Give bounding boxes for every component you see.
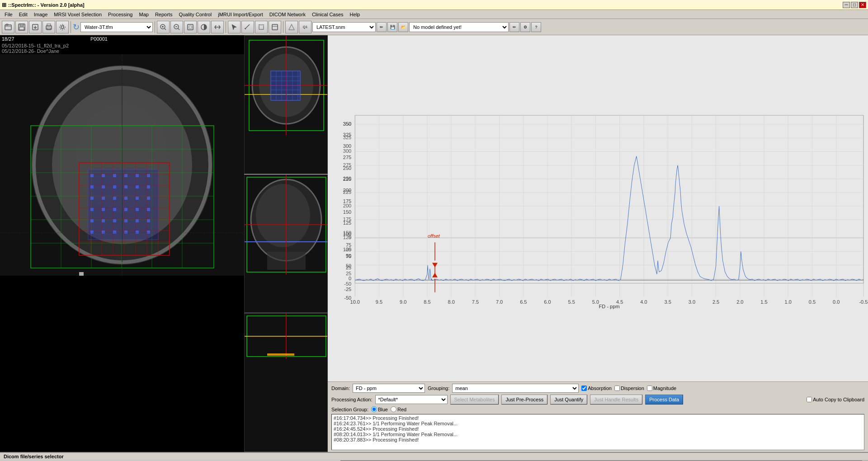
log-area[interactable]: #16:17:04.734>> Processing Finished!#16:… [331,414,864,450]
svg-text:3.0: 3.0 [689,299,695,305]
svg-rect-118 [267,353,294,356]
svg-text:2.5: 2.5 [712,299,719,305]
cursor-button[interactable] [228,21,241,33]
grouping-label: Grouping: [428,386,449,391]
svg-text:225: 225 [343,176,351,182]
svg-rect-61 [90,197,94,200]
snm-dropdown[interactable]: LATEST.snm [312,22,376,32]
svg-text:-50: -50 [344,281,351,287]
just-preprocess-button[interactable]: Just Pre-Process [501,395,547,405]
grouping-dropdown[interactable]: mean [452,384,579,393]
minimize-button[interactable]: ─ [843,2,850,8]
slice-counter: 18/27 [2,36,14,42]
menu-map[interactable]: Map [136,11,151,18]
dispersion-checkbox[interactable] [614,386,620,391]
domain-label: Domain: [331,386,350,391]
snm-edit[interactable]: ✏ [377,22,387,32]
processing-action-dropdown[interactable]: *Default* [375,395,448,404]
fit-options[interactable]: ⚙ [520,22,530,32]
select-metabolites-button[interactable]: Select Metabolites [450,395,499,405]
close-button[interactable]: ✕ [859,2,866,8]
menu-jmrui[interactable]: jMRUI Import/Export [215,11,266,18]
svg-text:2.0: 2.0 [736,299,743,305]
snm-button2[interactable]: Q1 [299,21,311,33]
app-icon: ⊞ [2,2,6,8]
zoom-out-button[interactable] [170,21,183,33]
svg-text:125: 125 [343,220,351,226]
fit-model-dropdown[interactable]: No model defined yet! [409,22,509,32]
svg-rect-64 [124,197,127,200]
blue-radio-label[interactable]: Blue [371,406,388,412]
absorption-checkbox-label[interactable]: Absorption [581,386,612,391]
menu-quality[interactable]: Quality Control [176,11,214,18]
print-button[interactable] [42,21,55,33]
fit-button[interactable] [184,21,197,33]
menu-help[interactable]: Help [347,11,363,18]
auto-copy-text: Auto Copy to Clipboard [813,397,864,402]
domain-dropdown[interactable]: FD - ppm [353,384,425,393]
svg-text:3.5: 3.5 [664,299,671,305]
magnitude-checkbox-label[interactable]: Magnitude [647,386,676,391]
menu-file[interactable]: File [2,11,15,18]
save-button[interactable] [15,21,28,33]
zoom-in-button[interactable] [157,21,170,33]
snm-save[interactable]: 💾 [387,22,397,32]
spectrum-area: 350 325 300 275 250 225 200 175 150 125 … [328,35,868,381]
menu-reports[interactable]: Reports [152,11,175,18]
process-data-button[interactable]: Process Data [645,395,683,405]
magnitude-checkbox[interactable] [647,386,652,391]
just-quantify-button[interactable]: Just Quantify [550,395,587,405]
svg-rect-65 [136,197,139,200]
blue-radio[interactable] [371,406,377,412]
config-button[interactable] [56,21,69,33]
snm-button1[interactable] [285,21,298,33]
dispersion-checkbox-label[interactable]: Dispersion [614,386,644,391]
menu-clinical[interactable]: Clinical Cases [309,11,346,18]
mri-view[interactable] [0,54,244,276]
maximize-button[interactable]: □ [851,2,858,8]
svg-rect-72 [147,208,150,211]
open-button[interactable] [2,21,14,33]
svg-rect-55 [90,185,94,188]
load-button[interactable] [29,21,42,33]
auto-copy-checkbox[interactable] [807,397,812,402]
transform-dropdown[interactable]: Water-3T.tfm [80,22,153,32]
menu-edit[interactable]: Edit [16,11,30,18]
red-radio[interactable] [391,406,396,412]
svg-text:150: 150 [343,209,351,215]
menu-mrsi-voxel[interactable]: MRSI Voxel Selection [51,11,104,18]
flip-button[interactable] [211,21,224,33]
mri-header: 18/27 P00001 [0,35,244,42]
bottom-panel: Dicom file/series selector 🖼0000019-ep2d… [0,452,868,461]
auto-copy-label[interactable]: Auto Copy to Clipboard [807,397,864,402]
svg-text:offset: offset [428,233,440,239]
svg-text:325: 325 [343,132,351,137]
just-handle-results-button[interactable]: Just Handle Results [590,395,642,405]
svg-text:250: 250 [343,165,351,171]
fit-info[interactable]: ? [531,22,541,32]
svg-point-9 [61,26,64,28]
processing-action-label: Processing Action: [331,397,373,402]
controls-area: Domain: FD - ppm Grouping: mean Absorpti… [328,381,868,452]
svg-text:9.0: 9.0 [400,299,406,305]
svg-text:7.0: 7.0 [496,299,503,305]
red-radio-label[interactable]: Red [391,406,406,412]
snm-load[interactable]: 📂 [398,22,408,32]
svg-rect-14 [259,25,264,29]
svg-text:0: 0 [349,276,351,281]
roi-button[interactable] [255,21,268,33]
fit-edit[interactable]: ✏ [509,22,519,32]
axial-view[interactable] [244,35,328,174]
sagittal-view[interactable] [244,174,328,313]
menu-bar: File Edit Image MRSI Voxel Selection Pro… [0,10,868,19]
svg-rect-57 [113,185,116,188]
contrast-button[interactable] [198,21,210,33]
window-button[interactable] [269,21,281,33]
coronal-view[interactable] [244,313,328,452]
menu-processing[interactable]: Processing [105,11,135,18]
absorption-checkbox[interactable] [581,386,587,391]
measure-button[interactable] [241,21,254,33]
menu-image[interactable]: Image [31,11,51,18]
menu-dicom[interactable]: DICOM Network [267,11,308,18]
svg-text:10.0: 10.0 [350,299,360,305]
